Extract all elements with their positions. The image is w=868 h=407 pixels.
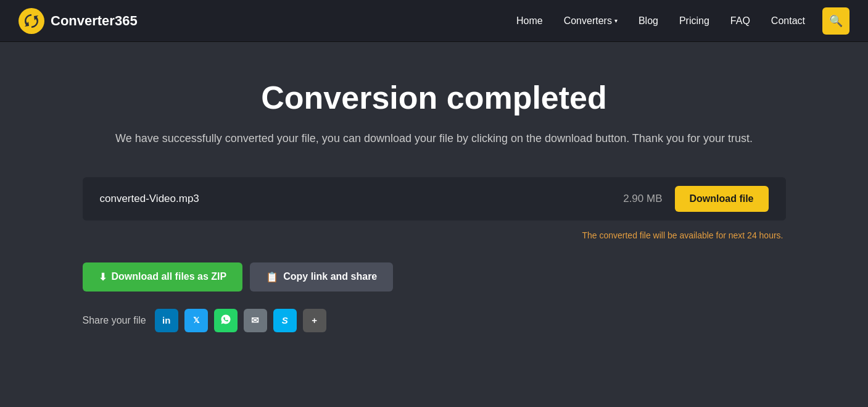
more-icon: + (312, 315, 317, 325)
page-title: Conversion completed (83, 79, 786, 116)
copy-icon: 📋 (266, 271, 278, 283)
share-more-button[interactable]: + (303, 309, 326, 332)
download-icon: ⬇ (99, 271, 107, 283)
chevron-down-icon: ▾ (614, 17, 618, 24)
whatsapp-icon (220, 314, 231, 327)
nav-pricing[interactable]: Pricing (671, 10, 718, 31)
main-content: Conversion completed We have successfull… (64, 42, 804, 357)
share-skype-button[interactable]: S (273, 309, 297, 332)
navbar: Converter365 Home Converters ▾ Blog Pric… (0, 0, 868, 42)
availability-note: The converted file will be available for… (83, 230, 786, 240)
action-buttons: ⬇ Download all files as ZIP 📋 Copy link … (83, 262, 786, 292)
svg-point-0 (19, 8, 44, 34)
brand-name: Converter365 (51, 13, 138, 29)
nav-faq[interactable]: FAQ (722, 10, 759, 31)
page-subtitle: We have successfully converted your file… (83, 130, 786, 148)
nav-converters[interactable]: Converters ▾ (555, 10, 626, 31)
linkedin-icon: in (162, 315, 170, 325)
search-icon: 🔍 (829, 14, 843, 28)
brand-logo-icon (19, 8, 44, 34)
file-size: 2.90 MB (623, 193, 662, 205)
share-linkedin-button[interactable]: in (155, 309, 178, 332)
file-actions: 2.90 MB Download file (623, 186, 768, 212)
email-icon: ✉ (251, 315, 259, 326)
file-name: converted-Video.mp3 (100, 193, 199, 205)
nav-blog[interactable]: Blog (630, 10, 667, 31)
brand-link[interactable]: Converter365 (19, 8, 138, 34)
twitter-icon: 𝕏 (193, 316, 199, 325)
share-whatsapp-button[interactable] (214, 309, 238, 332)
search-button[interactable]: 🔍 (822, 7, 849, 35)
share-label: Share your file (83, 315, 146, 326)
copy-link-button[interactable]: 📋 Copy link and share (250, 262, 393, 292)
skype-icon: S (282, 315, 288, 325)
nav-links: Home Converters ▾ Blog Pricing FAQ Conta… (508, 7, 849, 35)
share-row: Share your file in 𝕏 ✉ S + (83, 309, 786, 332)
file-row: converted-Video.mp3 2.90 MB Download fil… (83, 177, 786, 220)
nav-home[interactable]: Home (508, 10, 552, 31)
share-email-button[interactable]: ✉ (244, 309, 267, 332)
share-twitter-button[interactable]: 𝕏 (184, 309, 208, 332)
nav-contact[interactable]: Contact (763, 10, 814, 31)
download-zip-button[interactable]: ⬇ Download all files as ZIP (83, 262, 243, 292)
download-file-button[interactable]: Download file (675, 186, 769, 212)
